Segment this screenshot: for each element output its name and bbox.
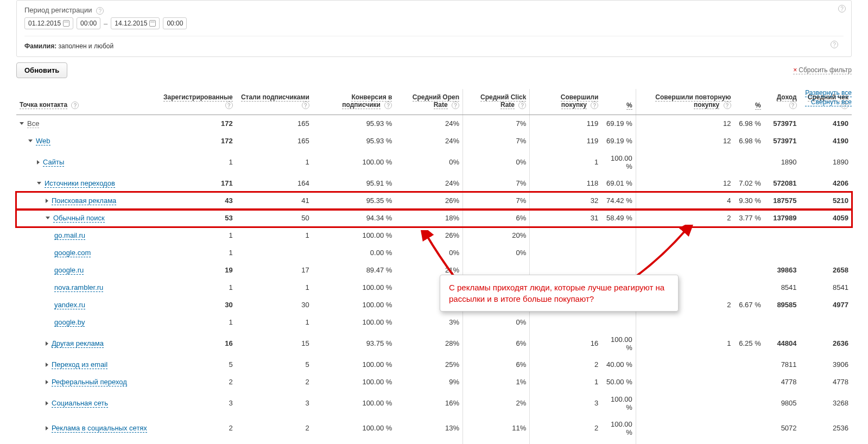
- cell-buypct: 69.19 %: [601, 132, 636, 150]
- help-icon[interactable]: ?: [838, 5, 846, 12]
- cell-reg: 53: [152, 210, 236, 227]
- family-filter: Фамилия: заполнен и любой: [24, 42, 113, 50]
- row-label[interactable]: Источники переходов: [45, 179, 115, 188]
- time-from-input[interactable]: 00:00: [77, 17, 100, 29]
- row-label[interactable]: Социальная сеть: [52, 399, 108, 408]
- row-label[interactable]: nova.rambler.ru: [54, 283, 103, 292]
- cell-buypct: 65.96 %: [601, 441, 636, 444]
- help-icon[interactable]: ?: [452, 102, 459, 109]
- cell-sub: 2: [236, 373, 313, 391]
- cell-buy: 3: [530, 391, 602, 416]
- cell-rebuypct: [734, 150, 764, 175]
- cell-click: 20%: [463, 227, 530, 244]
- collapse-icon[interactable]: [37, 182, 41, 185]
- cell-open: 30%: [395, 441, 462, 444]
- table-row: Социальная сеть33100.00 %16%2%3100.00 %9…: [16, 391, 852, 416]
- help-icon[interactable]: ?: [96, 7, 104, 15]
- row-label[interactable]: go.mail.ru: [54, 231, 85, 240]
- table-row: google.ru191789.47 %21%398632658: [16, 262, 852, 279]
- col-subscribers: Стали подписчиками ?: [236, 89, 313, 115]
- cell-open: 3%: [395, 314, 462, 331]
- cell-sub: 164: [236, 175, 313, 192]
- cell-sub: 41: [236, 192, 313, 210]
- expand-icon[interactable]: [46, 426, 48, 430]
- cell-sub: 1: [236, 279, 313, 296]
- cell-open: 0%: [395, 150, 462, 175]
- row-label[interactable]: google.ru: [54, 266, 84, 275]
- cell-reg: 171: [152, 175, 236, 192]
- time-to-input[interactable]: 00:00: [163, 17, 187, 29]
- expand-icon[interactable]: [37, 160, 40, 164]
- cell-avg: 4190: [800, 115, 852, 132]
- row-label[interactable]: Web: [36, 137, 50, 145]
- cell-open: 24%: [395, 115, 462, 132]
- help-icon[interactable]: ?: [591, 102, 598, 109]
- expand-icon[interactable]: [46, 199, 48, 203]
- col-contact-point: Точка контакта ?: [16, 89, 152, 115]
- help-icon[interactable]: ?: [518, 102, 526, 109]
- cell-buy: 31: [530, 441, 602, 444]
- row-label[interactable]: Переход из email: [52, 360, 107, 369]
- collapse-icon[interactable]: [46, 217, 50, 219]
- date-to-input[interactable]: 14.12.2015: [111, 17, 160, 29]
- cell-reg: 2: [152, 373, 236, 391]
- col-repurchased: Совершили повторную покупку ?: [636, 89, 734, 115]
- row-label[interactable]: Обычный поиск: [53, 214, 105, 223]
- table-row: Источники переходов17116495.91 %24%7%118…: [16, 175, 852, 192]
- help-icon[interactable]: ?: [71, 102, 79, 109]
- refresh-button[interactable]: Обновить: [16, 62, 67, 78]
- reset-filter-link[interactable]: ×Сбросить фильтр: [793, 66, 852, 74]
- expand-icon[interactable]: [46, 380, 48, 384]
- table-row: Другая реклама161593.75 %28%6%16100.00 %…: [16, 331, 852, 356]
- row-label[interactable]: google.com: [54, 249, 91, 257]
- cell-reg: 19: [152, 262, 236, 279]
- collapse-all-link[interactable]: Свернуть все: [805, 98, 852, 106]
- cell-avg: [800, 227, 852, 244]
- cell-buypct: [601, 227, 636, 244]
- cell-rebuypct: [734, 227, 764, 244]
- cell-conv: 94.34 %: [313, 210, 396, 227]
- row-label[interactable]: Сайты: [43, 158, 64, 167]
- table-row: Переход из email55100.00 %25%6%240.00 %7…: [16, 356, 852, 373]
- row-label[interactable]: yandex.ru: [54, 301, 85, 309]
- table-row: Поисковая реклама434195.35 %26%7%3274.42…: [16, 192, 852, 210]
- cell-buy: 119: [530, 132, 602, 150]
- cell-reg: 47: [152, 441, 236, 444]
- date-from-input[interactable]: 01.12.2015: [24, 17, 73, 29]
- help-icon[interactable]: ?: [789, 102, 797, 109]
- expand-icon[interactable]: [46, 401, 48, 405]
- cell-conv: 100.00 %: [313, 296, 396, 314]
- row-label[interactable]: Реклама в социальных сетях: [52, 424, 147, 433]
- cell-click: 7%: [463, 192, 530, 210]
- cell-buy: 1: [530, 373, 602, 391]
- cell-avg: 8541: [800, 279, 852, 296]
- table-row: yandex.ru3030100.00 %17%6%1550.00 %26.67…: [16, 296, 852, 314]
- cell-click: 11%: [463, 416, 530, 441]
- cell-buy: 2: [530, 356, 602, 373]
- cell-avg: 1890: [800, 150, 852, 175]
- help-icon[interactable]: ?: [831, 41, 838, 48]
- cell-click: 7%: [463, 175, 530, 192]
- cell-income: 8541: [764, 279, 800, 296]
- row-label[interactable]: Реферальный переход: [52, 378, 127, 386]
- collapse-icon[interactable]: [20, 122, 24, 125]
- cell-income: 137989: [764, 210, 800, 227]
- row-label[interactable]: Другая реклама: [52, 339, 104, 348]
- cell-open: 24%: [395, 132, 462, 150]
- row-label[interactable]: Поисковая реклама: [52, 196, 116, 205]
- help-icon[interactable]: ?: [384, 102, 392, 109]
- cell-conv: 100.00 %: [313, 356, 396, 373]
- cell-income: 187575: [764, 192, 800, 210]
- cell-buy: 31: [530, 210, 602, 227]
- cell-click: 2%: [463, 391, 530, 416]
- cell-avg: 4250: [800, 441, 852, 444]
- row-label[interactable]: google.by: [54, 318, 85, 327]
- help-icon[interactable]: ?: [225, 102, 233, 109]
- expand-icon[interactable]: [46, 341, 48, 346]
- expand-icon[interactable]: [46, 363, 48, 367]
- expand-all-link[interactable]: Развернуть все: [805, 89, 852, 97]
- help-icon[interactable]: ?: [302, 102, 309, 109]
- cell-avg: 2536: [800, 416, 852, 441]
- collapse-icon[interactable]: [28, 139, 33, 142]
- help-icon[interactable]: ?: [724, 102, 731, 109]
